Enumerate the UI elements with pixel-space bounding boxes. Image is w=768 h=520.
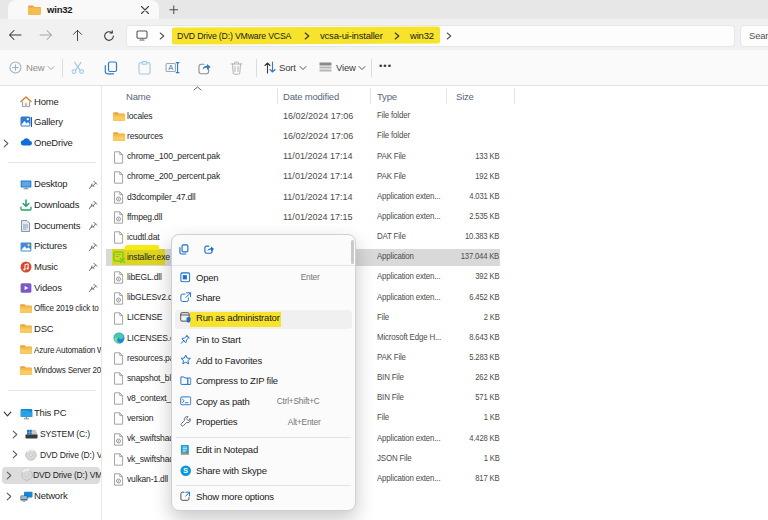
svg-text:A: A (168, 63, 173, 72)
svg-text:S: S (183, 467, 188, 474)
